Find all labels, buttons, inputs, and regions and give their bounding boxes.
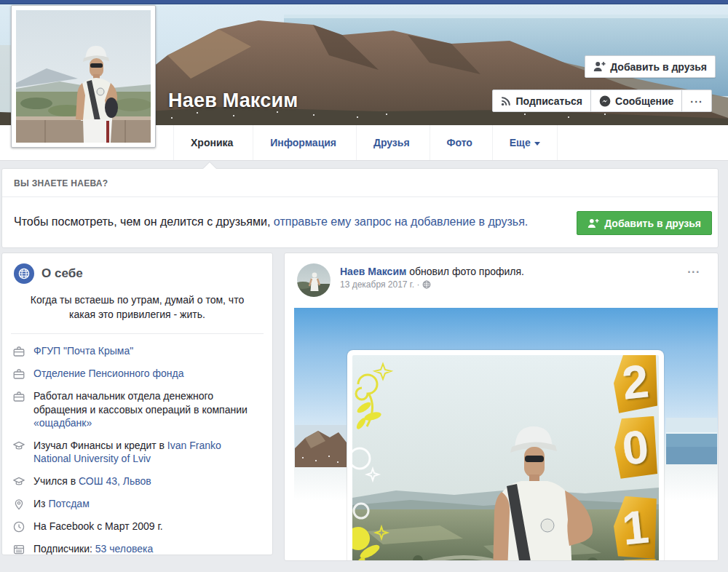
school-link[interactable]: СОШ 43, Львов [79, 475, 151, 487]
workplace-link[interactable]: «ощадбанк» [33, 417, 92, 429]
post-author-avatar[interactable] [297, 263, 331, 297]
person-plus-icon [587, 218, 599, 229]
page-gap [0, 161, 728, 168]
post-date[interactable]: 13 декабря 2017 г. · [340, 279, 419, 290]
briefcase-icon [12, 368, 25, 381]
banner-pointer-arrow [203, 162, 216, 169]
know-naev-banner: ВЫ ЗНАЕТЕ НАЕВА? Чтобы посмотреть, чем о… [1, 168, 719, 248]
post-action-text: обновил фото профиля. [406, 266, 524, 277]
about-item-joined: На Facebook с Март 2009 г. [2, 515, 272, 538]
rss-follow-icon [501, 96, 511, 106]
profile-picture-image [16, 10, 151, 143]
profile-picture[interactable] [11, 5, 156, 148]
content-columns: О себе Когда ты встаешь по утрам, думай … [0, 253, 728, 561]
ellipsis-icon: ... [690, 94, 703, 108]
frame-digit-1: 1 [614, 496, 657, 559]
banner-title: ВЫ ЗНАЕТЕ НАЕВА? [2, 169, 718, 197]
avatar-image [297, 263, 331, 297]
message-button[interactable]: Сообщение [590, 90, 682, 112]
more-options-button[interactable]: ... [681, 90, 712, 112]
globe-icon [14, 263, 34, 284]
clock-icon [12, 520, 25, 533]
post-header: Наев Максим обновил фото профиля. 13 дек… [285, 253, 718, 299]
frame-digit-0: 0 [614, 416, 657, 479]
tab-timeline[interactable]: Хроника [173, 125, 250, 160]
post-photo[interactable]: 2 0 1 8 [294, 308, 719, 561]
about-item-work-3: Работал начальник отдела денежного обращ… [2, 385, 272, 434]
cover-action-buttons: Подписаться Сообщение ... [492, 90, 712, 112]
divider [11, 333, 264, 334]
photo-of-man [352, 355, 659, 561]
post-author-link[interactable]: Наев Максим [340, 266, 406, 277]
post-options-button[interactable]: ... [687, 263, 700, 275]
post-card: Наев Максим обновил фото профиля. 13 дек… [284, 253, 719, 561]
person-plus-icon [593, 61, 606, 72]
graduation-cap-icon [12, 475, 25, 488]
send-friend-request-link[interactable]: отправьте ему запрос на добавление в дру… [274, 215, 528, 228]
photo-sea-strip [666, 418, 717, 464]
subscribers-icon [12, 543, 25, 555]
follow-button[interactable]: Подписаться [492, 90, 591, 112]
about-item-work-1: ФГУП "Почта Крыма" [2, 340, 272, 362]
tab-info[interactable]: Информация [253, 125, 353, 160]
frame-digit-8: 8 [614, 559, 657, 561]
frame-digit-2: 2 [614, 355, 657, 413]
graduation-cap-icon [12, 440, 25, 453]
chevron-down-icon [534, 142, 540, 146]
about-card: О себе Когда ты встаешь по утрам, думай … [1, 253, 273, 555]
privacy-globe-icon [422, 280, 431, 289]
workplace-link[interactable]: Отделение Пенсионного фонда [33, 368, 183, 379]
bio-quote: Когда ты встаешь по утрам, думай о том, … [23, 293, 252, 322]
add-friend-button[interactable]: Добавить в друзья [585, 55, 716, 78]
briefcase-icon [12, 345, 25, 358]
about-item-university: Изучал Финансы и кредит в Ivan Franko Na… [2, 434, 272, 470]
framed-profile-photo: 2 0 1 8 [347, 350, 664, 561]
add-friend-green-button[interactable]: Добавить в друзья [577, 211, 712, 235]
workplace-link[interactable]: ФГУП "Почта Крыма" [33, 345, 133, 357]
followers-count-link[interactable]: 53 человека [95, 543, 153, 555]
floral-frame-ornament [352, 355, 396, 561]
briefcase-icon [12, 390, 25, 403]
about-title: О себе [41, 266, 83, 281]
banner-text: Чтобы посмотреть, чем он делится с друзь… [14, 215, 274, 228]
tab-more[interactable]: Еще [492, 125, 558, 160]
photo-mountain-strip [295, 425, 347, 467]
profile-name: Наев Максим [168, 90, 298, 112]
messenger-icon [599, 95, 611, 107]
tab-photos[interactable]: Фото [430, 125, 489, 160]
tab-friends[interactable]: Друзья [356, 125, 427, 160]
about-item-school: Учился в СОШ 43, Львов [2, 470, 272, 493]
about-item-hometown: Из Потсдам [2, 493, 272, 515]
location-pin-icon [12, 498, 25, 511]
hometown-link[interactable]: Потсдам [48, 498, 89, 509]
about-item-work-2: Отделение Пенсионного фонда [2, 362, 272, 385]
about-item-followers: Подписчики: 53 человека [2, 538, 272, 555]
